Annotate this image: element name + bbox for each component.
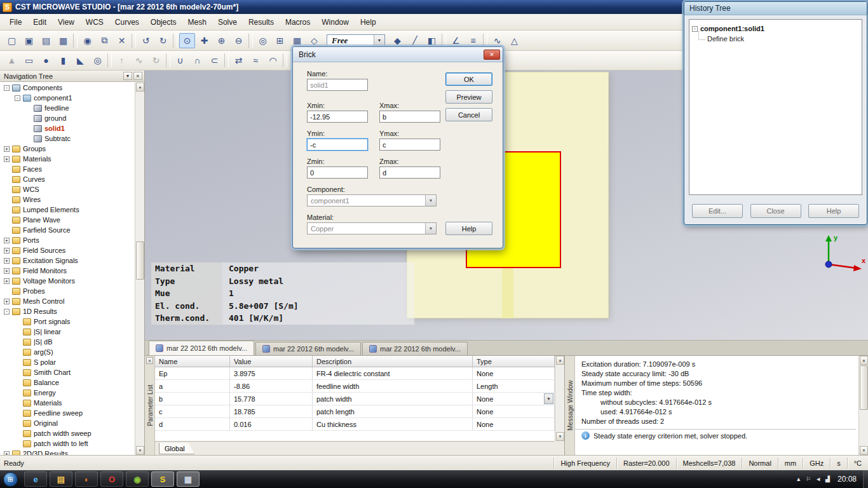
tree-item[interactable]: Balance [0,377,135,388]
scroll-down-icon[interactable]: ▼ [136,446,144,455]
taskbar-clock[interactable]: 20:08 [835,475,863,484]
ok-button[interactable]: OK [445,72,492,86]
parameter-value-cell[interactable]: 3.8975 [230,367,313,379]
tree-item[interactable]: + Field Sources [0,245,135,255]
tree-item[interactable]: + Groups [0,144,135,154]
tree-item[interactable]: feedline [0,103,135,113]
tree-expander-icon[interactable]: + [4,248,10,254]
menu-item[interactable]: WCS [80,15,109,29]
tree-item[interactable]: Feedline sweep [0,408,135,418]
boolean-subtract-icon[interactable]: ∩ [189,53,205,68]
menu-item[interactable]: Solve [212,15,243,29]
delete-icon[interactable]: ✕ [114,33,130,48]
panel-dropdown-icon[interactable]: ▼ [123,72,132,80]
tree-item[interactable]: - Components [0,83,135,93]
history-tree-titlebar[interactable]: History Tree [684,2,867,15]
scroll-up-icon[interactable]: ▲ [860,356,868,365]
tree-expander-icon[interactable]: + [4,156,10,162]
tree-item[interactable]: - 1D Results [0,306,135,316]
column-header[interactable]: Name [155,356,230,367]
tree-item[interactable]: + Materials [0,154,135,164]
xmax-input[interactable] [379,111,440,123]
menu-item[interactable]: File [4,15,27,29]
scrollbar-thumb[interactable] [860,365,868,410]
material-dropdown[interactable]: Copper ▼ [307,222,437,234]
table-row[interactable]: Ep 3.8975 FR-4 dielectric constant None … [155,367,555,380]
torus-tool-icon[interactable]: ◎ [90,53,105,68]
tree-item[interactable]: Materials [0,398,135,408]
parameter-value-cell[interactable]: -8.86 [230,380,313,392]
properties-icon[interactable]: ≡ [465,33,481,48]
menu-item[interactable]: Curves [109,15,145,29]
align-tool-icon[interactable]: ≈ [248,53,264,68]
taskbar-browser-icon[interactable]: ◗ [75,471,98,487]
tree-item[interactable]: - component1 [0,93,135,103]
tree-expander-icon[interactable]: + [4,238,10,243]
cancel-button[interactable]: Cancel [445,108,492,121]
parameter-type-cell[interactable]: Length ▼ [473,380,555,392]
tree-item[interactable]: Original [0,418,135,428]
parameter-type-cell[interactable]: None ▼ [473,367,555,379]
close-icon[interactable]: ✕ [484,50,500,60]
parameter-description-cell[interactable]: Cu thickness [313,418,473,430]
print-icon[interactable]: ▦ [55,33,71,48]
menu-item[interactable]: Mesh [182,15,212,29]
parameter-description-cell[interactable]: FR-4 dielectric constant [313,367,473,379]
tree-item[interactable]: + Excitation Signals [0,255,135,266]
tree-expander-icon[interactable]: - [692,26,698,32]
copy-image-icon[interactable]: ⧉ [97,33,112,48]
reset-view-icon[interactable]: ◎ [255,33,271,48]
parameter-value-cell[interactable]: 0.016 [230,418,313,430]
show-desktop-button[interactable] [863,470,868,488]
help-button[interactable]: Help [445,222,492,235]
view-mode-dropdown[interactable]: Free ▼ [327,34,385,47]
network-icon[interactable]: ▟ [825,476,830,482]
table-row[interactable]: a -8.86 feedline width Length ▼ [155,380,555,393]
pick-icon[interactable]: ◇ [306,33,322,48]
loft-tool-icon[interactable]: ∿ [131,53,147,68]
column-header[interactable]: Value [230,356,313,367]
taskbar-cst-window-icon[interactable]: ▦ [177,471,200,487]
column-header[interactable]: Description [313,356,473,367]
tree-item[interactable]: + 2D/3D Results [0,449,135,455]
type-dropdown-icon[interactable]: ▼ [544,393,553,404]
sphere-tool-icon[interactable]: ● [38,53,54,68]
scrollbar-thumb[interactable] [136,241,144,280]
open-project-icon[interactable]: ▣ [21,33,37,48]
feedline-shape[interactable] [502,268,513,318]
table-row[interactable]: b 15.778 patch width None ▼ [155,393,555,405]
brick-tool-icon[interactable]: ▭ [21,53,37,68]
optimizer-icon[interactable]: △ [506,33,522,48]
pick-face-icon[interactable]: ◧ [424,33,440,48]
tree-item[interactable]: Lumped Elements [0,205,135,215]
tree-expander-icon[interactable]: + [4,278,10,284]
tree-item[interactable]: + Field Monitors [0,266,135,276]
zmin-input[interactable] [307,166,368,179]
pick-edge-icon[interactable]: ╱ [407,33,423,48]
undo-icon[interactable]: ↺ [138,33,154,48]
taskbar-opera-icon[interactable]: O [100,471,123,487]
redo-icon[interactable]: ↻ [155,33,171,48]
tree-item[interactable]: Farfield Source [0,225,135,235]
start-button[interactable]: ⊞ [3,472,18,487]
measure-icon[interactable]: ∠ [448,33,464,48]
rotate-view-icon[interactable]: ⊙ [179,33,195,48]
tree-item[interactable]: Subtratc [0,133,135,144]
menu-item[interactable]: Objects [145,15,182,29]
tree-item[interactable]: Curves [0,174,135,184]
history-child-item[interactable]: Define brick [692,35,744,43]
pick-point-icon[interactable]: ◆ [390,33,405,48]
tree-item[interactable]: + Mesh Control [0,296,135,306]
table-row[interactable]: d 0.016 Cu thickness None ▼ [155,418,555,431]
tree-item[interactable]: + Ports [0,235,135,245]
document-tab[interactable]: mar 22 2012 6th modelv... [362,342,468,355]
info-icon[interactable]: ◉ [79,33,95,48]
volume-icon[interactable]: ◄ [815,476,821,482]
preview-button[interactable]: Preview [445,90,492,104]
tree-item[interactable]: solid1 [0,123,135,133]
parameter-description-cell[interactable]: feedline width [313,380,473,392]
tree-expander-icon[interactable]: - [4,85,10,91]
zoom-out-icon[interactable]: ⊖ [231,33,247,48]
message-window-scrollbar[interactable]: ▲ ▼ [858,356,868,455]
select-tool-icon[interactable]: ▲ [4,53,20,68]
